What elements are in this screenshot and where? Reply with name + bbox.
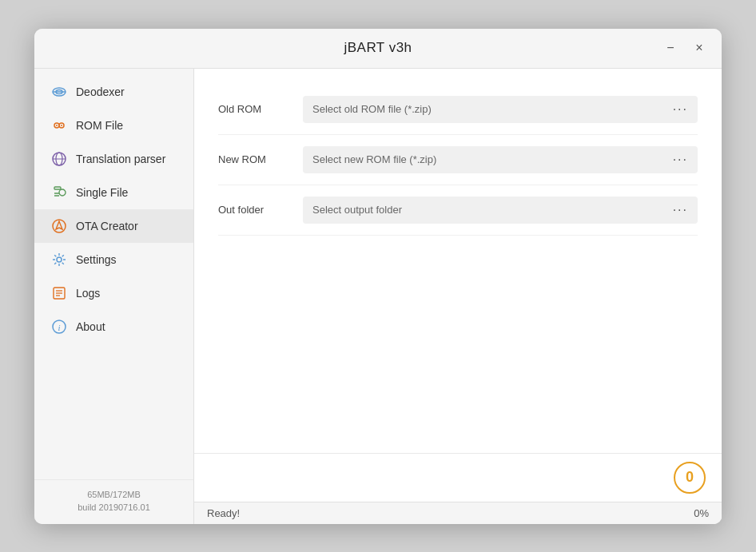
sidebar-item-settings[interactable]: Settings xyxy=(34,243,193,276)
new-rom-placeholder: Select new ROM file (*.zip) xyxy=(312,153,670,165)
main-layout: Deodexer ROM File xyxy=(34,69,722,524)
svg-point-5 xyxy=(56,125,58,126)
app-window: jBART v3h − × Deodexer xyxy=(34,29,722,524)
logs-icon xyxy=(50,284,68,302)
content-area: Old ROM Select old ROM file (*.zip) ··· … xyxy=(194,69,722,524)
svg-rect-10 xyxy=(54,187,61,189)
single-file-icon xyxy=(50,184,68,201)
content-main: Old ROM Select old ROM file (*.zip) ··· … xyxy=(194,69,722,453)
minimize-button[interactable]: − xyxy=(661,38,680,58)
out-folder-browse-button[interactable]: ··· xyxy=(670,201,691,219)
fab-button[interactable]: 0 xyxy=(674,462,706,494)
build-info: build 20190716.01 xyxy=(47,501,181,514)
ota-creator-icon xyxy=(50,217,68,235)
out-folder-placeholder: Select output folder xyxy=(312,204,670,216)
content-bottom: 0 xyxy=(194,453,722,502)
sidebar-item-label-logs: Logs xyxy=(76,287,100,300)
close-button[interactable]: × xyxy=(690,38,709,58)
sidebar-item-label-single-file: Single File xyxy=(76,186,128,199)
out-folder-label: Out folder xyxy=(218,204,290,216)
titlebar: jBART v3h − × xyxy=(34,29,722,69)
sidebar: Deodexer ROM File xyxy=(34,69,194,524)
sidebar-item-logs[interactable]: Logs xyxy=(34,276,193,310)
status-text: Ready! xyxy=(207,507,240,519)
old-rom-input-wrapper: Select old ROM file (*.zip) ··· xyxy=(303,96,698,123)
sidebar-footer: 65MB/172MB build 20190716.01 xyxy=(34,479,193,524)
new-rom-browse-button[interactable]: ··· xyxy=(670,151,691,169)
svg-text:i: i xyxy=(58,323,60,332)
out-folder-input-wrapper: Select output folder ··· xyxy=(303,197,698,224)
svg-point-16 xyxy=(57,257,62,262)
rom-file-icon xyxy=(50,117,68,134)
sidebar-item-label-deodexer: Deodexer xyxy=(76,85,125,98)
window-controls: − × xyxy=(661,38,709,58)
about-icon: i xyxy=(50,318,68,336)
new-rom-label: New ROM xyxy=(218,153,290,165)
memory-info: 65MB/172MB xyxy=(47,488,181,502)
sidebar-item-single-file[interactable]: Single File xyxy=(34,176,193,209)
statusbar: Ready! 0% xyxy=(194,502,722,524)
old-rom-row: Old ROM Select old ROM file (*.zip) ··· xyxy=(218,85,698,135)
svg-point-6 xyxy=(61,125,62,126)
sidebar-item-label-settings: Settings xyxy=(76,253,117,266)
sidebar-item-label-translation: Translation parser xyxy=(76,153,165,165)
sidebar-item-about[interactable]: i About xyxy=(34,310,193,344)
status-progress: 0% xyxy=(694,507,709,519)
translation-icon xyxy=(50,150,68,168)
window-title: jBART v3h xyxy=(344,40,412,56)
new-rom-input-wrapper: Select new ROM file (*.zip) ··· xyxy=(303,146,698,173)
new-rom-row: New ROM Select new ROM file (*.zip) ··· xyxy=(218,135,698,185)
sidebar-nav: Deodexer ROM File xyxy=(34,69,193,479)
old-rom-label: Old ROM xyxy=(218,103,290,115)
sidebar-item-label-ota-creator: OTA Creator xyxy=(76,220,138,232)
sidebar-item-ota-creator[interactable]: OTA Creator xyxy=(34,209,193,243)
sidebar-item-label-rom-file: ROM File xyxy=(76,119,123,132)
svg-marker-15 xyxy=(56,221,62,229)
sidebar-item-deodexer[interactable]: Deodexer xyxy=(34,75,193,109)
out-folder-row: Out folder Select output folder ··· xyxy=(218,185,698,236)
sidebar-item-rom-file[interactable]: ROM File xyxy=(34,109,193,142)
old-rom-placeholder: Select old ROM file (*.zip) xyxy=(312,103,670,115)
sidebar-item-label-about: About xyxy=(76,320,105,333)
settings-icon xyxy=(50,251,68,268)
sidebar-item-translation-parser[interactable]: Translation parser xyxy=(34,142,193,176)
old-rom-browse-button[interactable]: ··· xyxy=(670,101,691,118)
svg-point-11 xyxy=(59,189,66,196)
deodexer-icon xyxy=(50,83,68,101)
